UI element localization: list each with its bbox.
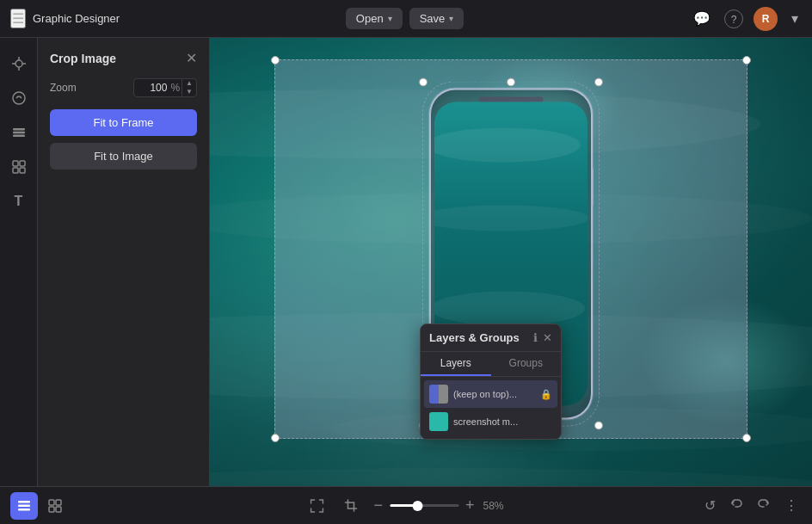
phone-handle-tm[interactable] bbox=[507, 77, 515, 86]
tab-layers[interactable]: Layers bbox=[421, 352, 491, 376]
svg-rect-18 bbox=[49, 507, 54, 512]
layers-info-icon[interactable]: ℹ bbox=[533, 331, 538, 344]
svg-rect-12 bbox=[20, 168, 25, 173]
handle-top-left[interactable] bbox=[271, 56, 280, 65]
save-button[interactable]: Save ▾ bbox=[409, 8, 464, 29]
sidebar-icon-adjust[interactable] bbox=[3, 83, 34, 114]
svg-rect-14 bbox=[18, 504, 30, 507]
crop-close-button[interactable]: ✕ bbox=[186, 50, 197, 66]
zoom-input-wrap: % ▲ ▼ bbox=[133, 78, 197, 97]
svg-rect-17 bbox=[56, 500, 61, 505]
left-sidebar: T bbox=[0, 38, 38, 486]
open-chevron: ▾ bbox=[388, 14, 392, 23]
svg-rect-8 bbox=[13, 135, 25, 138]
svg-rect-13 bbox=[18, 501, 30, 503]
save-chevron: ▾ bbox=[449, 14, 453, 23]
zoom-up-button[interactable]: ▲ bbox=[182, 79, 196, 88]
zoom-spinners: ▲ ▼ bbox=[181, 79, 196, 96]
handle-bottom-left[interactable] bbox=[271, 434, 280, 442]
phone-handle-tr[interactable] bbox=[594, 77, 603, 86]
help-icon[interactable]: ? bbox=[724, 9, 743, 28]
svg-rect-16 bbox=[49, 500, 54, 505]
svg-rect-6 bbox=[13, 128, 25, 131]
handle-top-right[interactable] bbox=[742, 56, 751, 65]
bottom-toolbar-right: ↺ ⋮ bbox=[701, 494, 802, 518]
svg-rect-11 bbox=[13, 168, 18, 173]
topbar-right: 💬 ? R ▾ bbox=[690, 7, 802, 31]
redo-button[interactable] bbox=[754, 494, 774, 518]
avatar[interactable]: R bbox=[754, 7, 778, 31]
svg-rect-7 bbox=[13, 132, 25, 134]
crop-panel: Crop Image ✕ Zoom % ▲ ▼ Fit to Frame Fit… bbox=[38, 38, 210, 486]
undo-button[interactable] bbox=[726, 494, 747, 518]
refresh-button[interactable]: ↺ bbox=[701, 494, 719, 517]
zoom-out-button[interactable]: − bbox=[372, 495, 384, 516]
fit-to-image-button[interactable]: Fit to Image bbox=[50, 143, 197, 170]
sidebar-icon-layers[interactable] bbox=[3, 117, 34, 148]
fit-to-view-button[interactable] bbox=[303, 492, 330, 520]
zoom-down-button[interactable]: ▼ bbox=[182, 88, 196, 96]
zoom-label: Zoom bbox=[50, 82, 77, 94]
bottom-toolbar-center: − + 58% bbox=[303, 492, 508, 520]
zoom-row: Zoom % ▲ ▼ bbox=[50, 78, 197, 97]
zoom-slider-thumb[interactable] bbox=[412, 501, 422, 511]
lock-icon: 🔒 bbox=[540, 389, 552, 400]
sidebar-icon-text[interactable]: T bbox=[3, 186, 34, 217]
svg-point-0 bbox=[15, 60, 22, 67]
crop-header: Crop Image ✕ bbox=[50, 50, 197, 66]
zoom-input[interactable] bbox=[134, 79, 169, 96]
topbar: ☰ Graphic Designer Open ▾ Save ▾ 💬 ? R ▾ bbox=[0, 0, 812, 38]
phone-handle-br[interactable] bbox=[594, 421, 603, 429]
layers-panel-title: Layers & Groups bbox=[429, 331, 520, 344]
zoom-percent-label: 58% bbox=[483, 500, 509, 512]
crop-tool-button[interactable] bbox=[337, 492, 365, 520]
topbar-center: Open ▾ Save ▾ bbox=[346, 8, 464, 29]
app-title: Graphic Designer bbox=[33, 12, 120, 25]
crop-title: Crop Image bbox=[50, 52, 116, 65]
handle-bottom-right[interactable] bbox=[742, 434, 751, 442]
bottom-toolbar-left bbox=[10, 492, 69, 520]
svg-rect-19 bbox=[56, 507, 61, 512]
comment-icon[interactable]: 💬 bbox=[690, 7, 714, 30]
layers-close-button[interactable]: ✕ bbox=[543, 331, 552, 344]
layers-groups-panel: Layers & Groups ℹ ✕ Layers Groups bbox=[420, 324, 562, 440]
phone-handle-tl[interactable] bbox=[419, 77, 428, 86]
layer-thumbnail bbox=[429, 412, 448, 431]
layers-panel-header: Layers & Groups ℹ ✕ bbox=[421, 324, 561, 352]
tab-groups[interactable]: Groups bbox=[491, 352, 562, 376]
layer-name: screenshot m... bbox=[453, 416, 552, 427]
layers-tabs: Layers Groups bbox=[421, 352, 561, 377]
layer-thumbnail bbox=[429, 385, 448, 404]
more-options-button[interactable]: ⋮ bbox=[781, 494, 802, 517]
list-item[interactable]: (keep on top)... 🔒 bbox=[424, 380, 557, 408]
bottom-toolbar: − + 58% ↺ ⋮ bbox=[0, 486, 812, 524]
zoom-control: − + bbox=[372, 495, 476, 516]
sidebar-icon-move[interactable] bbox=[3, 48, 34, 79]
grid-view-button[interactable] bbox=[41, 492, 69, 520]
sidebar-icon-shapes[interactable] bbox=[3, 151, 34, 182]
zoom-slider[interactable] bbox=[390, 504, 458, 507]
menu-icon[interactable]: ☰ bbox=[10, 9, 26, 28]
list-item[interactable]: screenshot m... bbox=[424, 408, 557, 435]
layers-view-button[interactable] bbox=[10, 492, 38, 520]
zoom-in-button[interactable]: + bbox=[464, 495, 477, 516]
main-area: T Crop Image ✕ Zoom % ▲ ▼ Fit to Frame bbox=[0, 38, 812, 486]
svg-rect-10 bbox=[20, 161, 25, 166]
layers-list: (keep on top)... 🔒 screenshot m... bbox=[421, 377, 561, 439]
canvas-area[interactable]: Layers & Groups ℹ ✕ Layers Groups bbox=[210, 38, 812, 486]
zoom-percent-symbol: % bbox=[169, 82, 181, 94]
svg-rect-9 bbox=[13, 161, 18, 166]
more-options-icon[interactable]: ▾ bbox=[788, 7, 802, 30]
topbar-left: ☰ Graphic Designer bbox=[10, 9, 120, 28]
fit-to-frame-button[interactable]: Fit to Frame bbox=[50, 109, 197, 136]
open-button[interactable]: Open ▾ bbox=[346, 8, 403, 29]
svg-rect-15 bbox=[18, 509, 30, 511]
svg-point-5 bbox=[13, 92, 25, 104]
layers-header-icons: ℹ ✕ bbox=[533, 331, 552, 344]
layer-name: (keep on top)... bbox=[453, 389, 535, 399]
